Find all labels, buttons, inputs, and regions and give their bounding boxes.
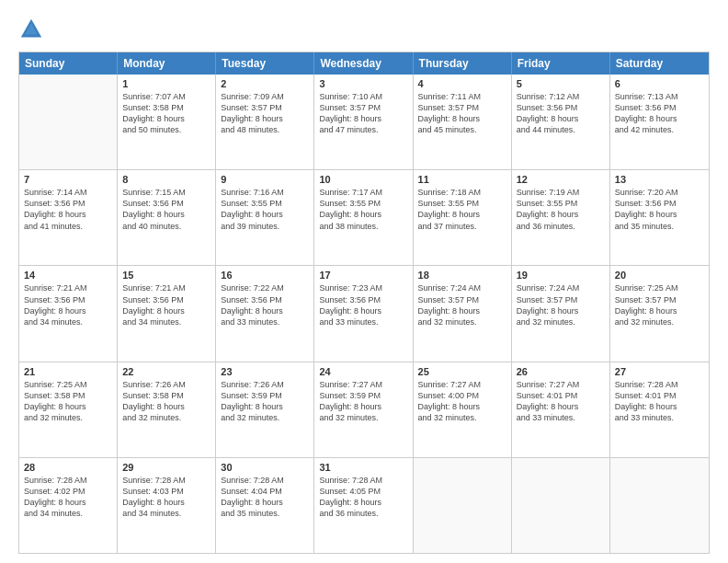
- day-info: Sunrise: 7:17 AM Sunset: 3:55 PM Dayligh…: [319, 187, 407, 232]
- day-info: Sunrise: 7:09 AM Sunset: 3:57 PM Dayligh…: [221, 91, 309, 136]
- header-day-sunday: Sunday: [19, 52, 118, 75]
- calendar-cell: 22Sunrise: 7:26 AM Sunset: 3:58 PM Dayli…: [118, 362, 216, 457]
- day-info: Sunrise: 7:22 AM Sunset: 3:56 PM Dayligh…: [221, 282, 309, 327]
- calendar-cell: [512, 458, 610, 553]
- day-info: Sunrise: 7:27 AM Sunset: 3:59 PM Dayligh…: [319, 379, 407, 424]
- day-info: Sunrise: 7:21 AM Sunset: 3:56 PM Dayligh…: [24, 282, 112, 327]
- calendar-cell: 4Sunrise: 7:11 AM Sunset: 3:57 PM Daylig…: [414, 75, 512, 169]
- day-number: 3: [319, 78, 407, 89]
- day-info: Sunrise: 7:10 AM Sunset: 3:57 PM Dayligh…: [319, 91, 407, 136]
- day-info: Sunrise: 7:13 AM Sunset: 3:56 PM Dayligh…: [615, 91, 704, 136]
- calendar-cell: 5Sunrise: 7:12 AM Sunset: 3:56 PM Daylig…: [512, 75, 610, 169]
- day-info: Sunrise: 7:26 AM Sunset: 3:59 PM Dayligh…: [221, 379, 309, 424]
- calendar-cell: 7Sunrise: 7:14 AM Sunset: 3:56 PM Daylig…: [19, 170, 118, 265]
- day-info: Sunrise: 7:28 AM Sunset: 4:04 PM Dayligh…: [221, 475, 309, 520]
- day-info: Sunrise: 7:28 AM Sunset: 4:05 PM Dayligh…: [319, 475, 407, 520]
- day-number: 18: [418, 270, 506, 281]
- day-number: 23: [221, 366, 309, 377]
- day-number: 27: [615, 366, 704, 377]
- day-number: 1: [122, 78, 210, 89]
- calendar-cell: [19, 75, 118, 169]
- day-info: Sunrise: 7:21 AM Sunset: 3:56 PM Dayligh…: [122, 282, 210, 327]
- calendar-body: 1Sunrise: 7:07 AM Sunset: 3:58 PM Daylig…: [19, 75, 709, 553]
- day-info: Sunrise: 7:25 AM Sunset: 3:58 PM Dayligh…: [24, 379, 112, 424]
- day-number: 28: [24, 462, 112, 473]
- day-number: 6: [615, 78, 704, 89]
- logo: [18, 17, 48, 42]
- day-info: Sunrise: 7:07 AM Sunset: 3:58 PM Dayligh…: [122, 91, 210, 136]
- header-day-thursday: Thursday: [414, 52, 512, 75]
- calendar-cell: 11Sunrise: 7:18 AM Sunset: 3:55 PM Dayli…: [414, 170, 512, 265]
- calendar-cell: 28Sunrise: 7:28 AM Sunset: 4:02 PM Dayli…: [19, 458, 118, 553]
- calendar-cell: 31Sunrise: 7:28 AM Sunset: 4:05 PM Dayli…: [314, 458, 413, 553]
- calendar-cell: 26Sunrise: 7:27 AM Sunset: 4:01 PM Dayli…: [512, 362, 610, 457]
- header-day-friday: Friday: [512, 52, 610, 75]
- calendar-cell: 15Sunrise: 7:21 AM Sunset: 3:56 PM Dayli…: [118, 266, 216, 361]
- calendar-cell: 24Sunrise: 7:27 AM Sunset: 3:59 PM Dayli…: [314, 362, 413, 457]
- calendar-cell: 14Sunrise: 7:21 AM Sunset: 3:56 PM Dayli…: [19, 266, 118, 361]
- header: [18, 17, 710, 42]
- day-info: Sunrise: 7:23 AM Sunset: 3:56 PM Dayligh…: [319, 282, 407, 327]
- calendar-header: SundayMondayTuesdayWednesdayThursdayFrid…: [19, 52, 709, 75]
- logo-icon: [18, 17, 44, 42]
- day-info: Sunrise: 7:27 AM Sunset: 4:01 PM Dayligh…: [517, 379, 605, 424]
- day-number: 13: [615, 174, 704, 185]
- day-info: Sunrise: 7:20 AM Sunset: 3:56 PM Dayligh…: [615, 187, 704, 232]
- day-info: Sunrise: 7:28 AM Sunset: 4:02 PM Dayligh…: [24, 475, 112, 520]
- calendar-cell: 6Sunrise: 7:13 AM Sunset: 3:56 PM Daylig…: [610, 75, 709, 169]
- calendar-cell: 29Sunrise: 7:28 AM Sunset: 4:03 PM Dayli…: [118, 458, 216, 553]
- day-number: 12: [517, 174, 605, 185]
- calendar-row: 1Sunrise: 7:07 AM Sunset: 3:58 PM Daylig…: [19, 75, 709, 169]
- day-info: Sunrise: 7:19 AM Sunset: 3:55 PM Dayligh…: [517, 187, 605, 232]
- calendar: SundayMondayTuesdayWednesdayThursdayFrid…: [18, 52, 710, 554]
- calendar-cell: 30Sunrise: 7:28 AM Sunset: 4:04 PM Dayli…: [216, 458, 314, 553]
- day-info: Sunrise: 7:25 AM Sunset: 3:57 PM Dayligh…: [615, 282, 704, 327]
- day-info: Sunrise: 7:28 AM Sunset: 4:03 PM Dayligh…: [122, 475, 210, 520]
- day-number: 2: [221, 78, 309, 89]
- day-number: 31: [319, 462, 407, 473]
- calendar-cell: 9Sunrise: 7:16 AM Sunset: 3:55 PM Daylig…: [216, 170, 314, 265]
- day-info: Sunrise: 7:24 AM Sunset: 3:57 PM Dayligh…: [517, 282, 605, 327]
- calendar-cell: 12Sunrise: 7:19 AM Sunset: 3:55 PM Dayli…: [512, 170, 610, 265]
- day-number: 5: [517, 78, 605, 89]
- day-number: 7: [24, 174, 112, 185]
- header-day-tuesday: Tuesday: [216, 52, 314, 75]
- calendar-cell: 25Sunrise: 7:27 AM Sunset: 4:00 PM Dayli…: [414, 362, 512, 457]
- calendar-cell: 17Sunrise: 7:23 AM Sunset: 3:56 PM Dayli…: [314, 266, 413, 361]
- day-info: Sunrise: 7:18 AM Sunset: 3:55 PM Dayligh…: [418, 187, 506, 232]
- calendar-cell: 27Sunrise: 7:28 AM Sunset: 4:01 PM Dayli…: [610, 362, 709, 457]
- header-day-monday: Monday: [118, 52, 216, 75]
- calendar-row: 7Sunrise: 7:14 AM Sunset: 3:56 PM Daylig…: [19, 169, 709, 265]
- calendar-cell: [414, 458, 512, 553]
- calendar-cell: 16Sunrise: 7:22 AM Sunset: 3:56 PM Dayli…: [216, 266, 314, 361]
- day-info: Sunrise: 7:14 AM Sunset: 3:56 PM Dayligh…: [24, 187, 112, 232]
- day-info: Sunrise: 7:27 AM Sunset: 4:00 PM Dayligh…: [418, 379, 506, 424]
- calendar-cell: 18Sunrise: 7:24 AM Sunset: 3:57 PM Dayli…: [414, 266, 512, 361]
- day-number: 16: [221, 270, 309, 281]
- calendar-cell: [610, 458, 709, 553]
- calendar-cell: 23Sunrise: 7:26 AM Sunset: 3:59 PM Dayli…: [216, 362, 314, 457]
- day-number: 14: [24, 270, 112, 281]
- day-info: Sunrise: 7:16 AM Sunset: 3:55 PM Dayligh…: [221, 187, 309, 232]
- day-number: 20: [615, 270, 704, 281]
- day-info: Sunrise: 7:24 AM Sunset: 3:57 PM Dayligh…: [418, 282, 506, 327]
- day-number: 10: [319, 174, 407, 185]
- day-number: 21: [24, 366, 112, 377]
- day-info: Sunrise: 7:28 AM Sunset: 4:01 PM Dayligh…: [615, 379, 704, 424]
- calendar-row: 14Sunrise: 7:21 AM Sunset: 3:56 PM Dayli…: [19, 265, 709, 361]
- day-number: 25: [418, 366, 506, 377]
- calendar-cell: 20Sunrise: 7:25 AM Sunset: 3:57 PM Dayli…: [610, 266, 709, 361]
- calendar-cell: 21Sunrise: 7:25 AM Sunset: 3:58 PM Dayli…: [19, 362, 118, 457]
- calendar-cell: 8Sunrise: 7:15 AM Sunset: 3:56 PM Daylig…: [118, 170, 216, 265]
- calendar-cell: 1Sunrise: 7:07 AM Sunset: 3:58 PM Daylig…: [118, 75, 216, 169]
- day-number: 9: [221, 174, 309, 185]
- calendar-cell: 13Sunrise: 7:20 AM Sunset: 3:56 PM Dayli…: [610, 170, 709, 265]
- day-number: 22: [122, 366, 210, 377]
- calendar-row: 28Sunrise: 7:28 AM Sunset: 4:02 PM Dayli…: [19, 457, 709, 553]
- day-number: 30: [221, 462, 309, 473]
- page: SundayMondayTuesdayWednesdayThursdayFrid…: [0, 0, 728, 563]
- day-number: 8: [122, 174, 210, 185]
- day-number: 11: [418, 174, 506, 185]
- day-info: Sunrise: 7:26 AM Sunset: 3:58 PM Dayligh…: [122, 379, 210, 424]
- day-number: 19: [517, 270, 605, 281]
